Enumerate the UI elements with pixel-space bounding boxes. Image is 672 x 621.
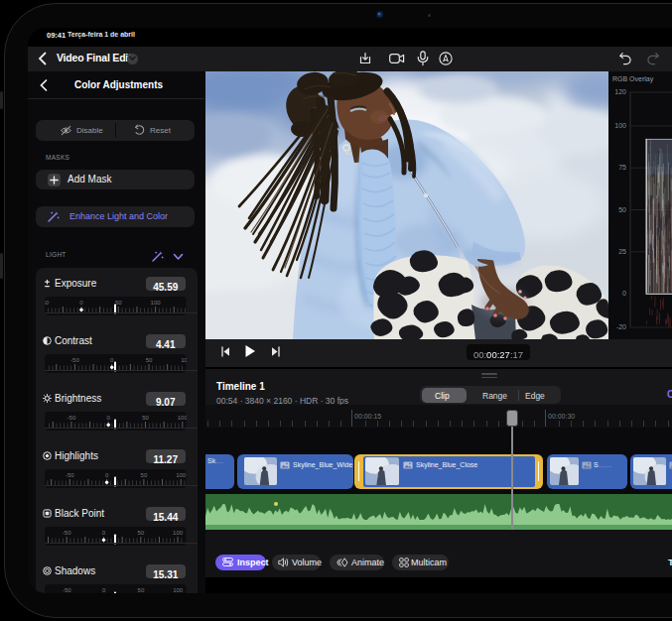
svg-text:50: 50: [115, 299, 122, 305]
svg-text:-50: -50: [70, 356, 79, 362]
svg-text:50: 50: [138, 586, 145, 592]
svg-text:100: 100: [176, 471, 186, 477]
svg-text:25: 25: [618, 247, 626, 254]
svg-text:75: 75: [618, 164, 626, 171]
svg-text:-50: -50: [67, 414, 76, 420]
svg-text:50: 50: [137, 529, 144, 535]
svg-text:50: 50: [142, 414, 149, 420]
svg-text:50: 50: [146, 356, 153, 362]
svg-text:120: 120: [614, 88, 626, 95]
svg-text:100: 100: [151, 299, 162, 305]
svg-text:50: 50: [141, 471, 148, 477]
svg-text:100: 100: [173, 586, 184, 592]
svg-text:100: 100: [173, 529, 184, 535]
svg-text:50: 50: [618, 205, 626, 212]
svg-text:-50: -50: [66, 471, 74, 477]
svg-text:-50: -50: [45, 299, 50, 305]
svg-text:100: 100: [178, 414, 187, 420]
svg-text:100: 100: [614, 121, 626, 128]
svg-text:0: 0: [622, 290, 626, 297]
svg-text:100: 100: [181, 356, 186, 362]
svg-text:-20: -20: [615, 323, 625, 330]
svg-text:-50: -50: [63, 586, 71, 592]
svg-text:-50: -50: [63, 529, 71, 535]
